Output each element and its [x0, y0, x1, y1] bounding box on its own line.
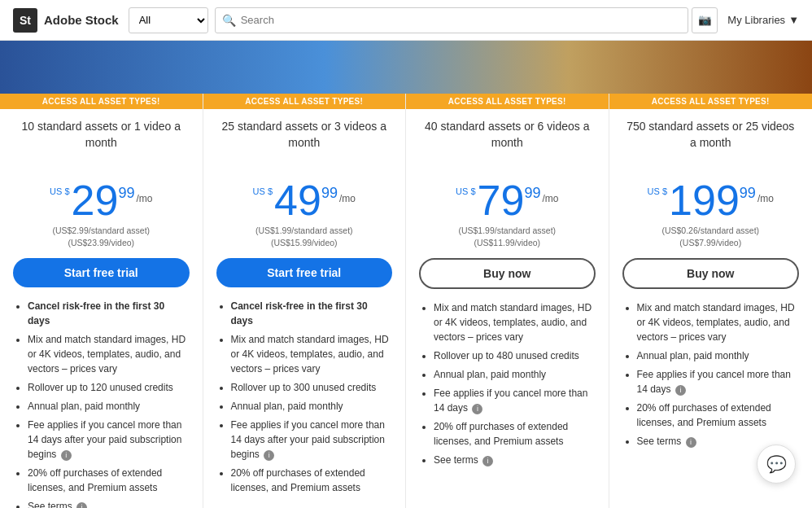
feature-item: Annual plan, paid monthly	[28, 399, 190, 414]
feature-item: Fee applies if you cancel more than 14 d…	[231, 418, 393, 462]
top-navigation: St Adobe Stock All Images Videos Audio T…	[0, 0, 812, 41]
price-note: (US$1.99/standard asset)(US$11.99/video)	[419, 225, 596, 248]
features-list: Cancel risk-free in the first 30 daysMix…	[13, 299, 190, 508]
feature-item: Annual plan, paid monthly	[637, 348, 800, 363]
price-main: 199	[669, 179, 740, 221]
plans-container: ACCESS ALL ASSET TYPES!10 standard asset…	[0, 94, 812, 508]
feature-item: See terms i	[28, 499, 190, 508]
access-badge: ACCESS ALL ASSET TYPES!	[0, 94, 203, 109]
plan-col-1: ACCESS ALL ASSET TYPES!25 standard asset…	[203, 94, 407, 508]
price-currency: US $	[456, 187, 475, 196]
buy-now-button[interactable]: Buy now	[622, 258, 800, 289]
feature-item: Mix and match standard images, HD or 4K …	[28, 332, 190, 376]
feature-item: Fee applies if you cancel more than 14 d…	[28, 418, 190, 462]
info-icon[interactable]: i	[472, 404, 482, 414]
my-libraries-button[interactable]: My Libraries ▼	[727, 14, 799, 26]
access-badge: ACCESS ALL ASSET TYPES!	[406, 94, 609, 109]
feature-item: Fee applies if you cancel more than 14 d…	[434, 386, 596, 415]
access-badge: ACCESS ALL ASSET TYPES!	[609, 94, 813, 109]
camera-search-button[interactable]: 📷	[692, 7, 718, 33]
feature-item: Mix and match standard images, HD or 4K …	[637, 300, 800, 344]
access-badge: ACCESS ALL ASSET TYPES!	[203, 94, 406, 109]
price-main: 79	[478, 179, 525, 221]
logo-area: St Adobe Stock	[13, 8, 119, 33]
price-note: (US$0.26/standard asset)(US$7.99/video)	[622, 225, 800, 248]
info-icon[interactable]: i	[482, 456, 493, 466]
price-cents: 99	[321, 186, 338, 200]
price-cents: 99	[524, 186, 540, 200]
price-cents: 99	[740, 186, 756, 200]
price-note: (US$1.99/standard asset)(US$15.99/video)	[216, 225, 393, 248]
buy-now-button[interactable]: Buy now	[419, 258, 596, 289]
feature-item: Annual plan, paid monthly	[231, 399, 393, 414]
price-row: US $ 29 99 /mo	[13, 179, 190, 221]
chevron-down-icon: ▼	[788, 14, 799, 26]
search-bar: 🔍	[215, 7, 689, 33]
feature-item: 20% off purchases of extended licenses, …	[434, 419, 596, 449]
chat-icon: 💬	[766, 454, 787, 474]
features-list: Cancel risk-free in the first 30 daysMix…	[216, 299, 393, 495]
price-period: /mo	[757, 194, 774, 204]
plan-col-0: ACCESS ALL ASSET TYPES!10 standard asset…	[0, 94, 203, 508]
info-icon[interactable]: i	[675, 385, 686, 396]
info-icon[interactable]: i	[61, 450, 72, 461]
price-period: /mo	[136, 194, 152, 204]
feature-item: Mix and match standard images, HD or 4K …	[231, 332, 393, 376]
feature-item: Cancel risk-free in the first 30 days	[231, 299, 393, 328]
info-icon[interactable]: i	[686, 437, 696, 448]
feature-item: Fee applies if you cancel more than 14 d…	[637, 367, 800, 396]
category-dropdown[interactable]: All Images Videos Audio Templates 3D	[129, 7, 208, 33]
asset-count-text: 25 standard assets or 3 videos a month	[216, 119, 393, 168]
price-row: US $ 49 99 /mo	[216, 179, 393, 221]
brand-name: Adobe Stock	[44, 13, 119, 27]
chat-button[interactable]: 💬	[757, 444, 796, 484]
feature-item: Rollover up to 120 unused credits	[28, 380, 190, 395]
hero-banner	[0, 41, 812, 94]
feature-item: See terms i	[434, 453, 596, 467]
feature-item: 20% off purchases of extended licenses, …	[231, 466, 393, 495]
my-libraries-label: My Libraries	[727, 14, 785, 26]
feature-item: Cancel risk-free in the first 30 days	[28, 299, 190, 328]
price-currency: US $	[253, 187, 273, 196]
price-cents: 99	[118, 186, 134, 200]
price-currency: US $	[648, 187, 667, 196]
search-input[interactable]	[241, 14, 682, 26]
logo-icon: St	[13, 8, 37, 33]
price-main: 29	[72, 179, 119, 221]
feature-item: Mix and match standard images, HD or 4K …	[434, 300, 596, 344]
feature-item: 20% off purchases of extended licenses, …	[28, 466, 190, 495]
asset-count-text: 40 standard assets or 6 videos a month	[419, 119, 596, 168]
feature-item: 20% off purchases of extended licenses, …	[637, 401, 800, 430]
features-list: Mix and match standard images, HD or 4K …	[622, 300, 800, 449]
feature-item: Rollover up to 480 unused credits	[434, 348, 596, 363]
price-row: US $ 79 99 /mo	[419, 179, 596, 221]
price-currency: US $	[50, 187, 69, 196]
price-period: /mo	[339, 194, 356, 204]
asset-count-text: 10 standard assets or 1 video a month	[13, 119, 190, 168]
price-note: (US$2.99/standard asset)(US$23.99/video)	[13, 225, 190, 248]
features-list: Mix and match standard images, HD or 4K …	[419, 300, 596, 467]
camera-icon: 📷	[698, 14, 712, 26]
price-main: 49	[274, 179, 321, 221]
start-trial-button[interactable]: Start free trial	[216, 258, 393, 287]
feature-item: Rollover up to 300 unused credits	[231, 380, 393, 395]
info-icon[interactable]: i	[76, 502, 87, 508]
start-trial-button[interactable]: Start free trial	[13, 258, 190, 287]
plan-col-2: ACCESS ALL ASSET TYPES!40 standard asset…	[406, 94, 609, 508]
asset-count-text: 750 standard assets or 25 videos a month	[622, 119, 800, 168]
plans-grid: ACCESS ALL ASSET TYPES!10 standard asset…	[0, 94, 812, 508]
search-icon: 🔍	[222, 14, 236, 27]
feature-item: Annual plan, paid monthly	[434, 367, 596, 382]
price-period: /mo	[542, 194, 558, 204]
price-row: US $ 199 99 /mo	[622, 179, 800, 221]
info-icon[interactable]: i	[264, 450, 274, 461]
